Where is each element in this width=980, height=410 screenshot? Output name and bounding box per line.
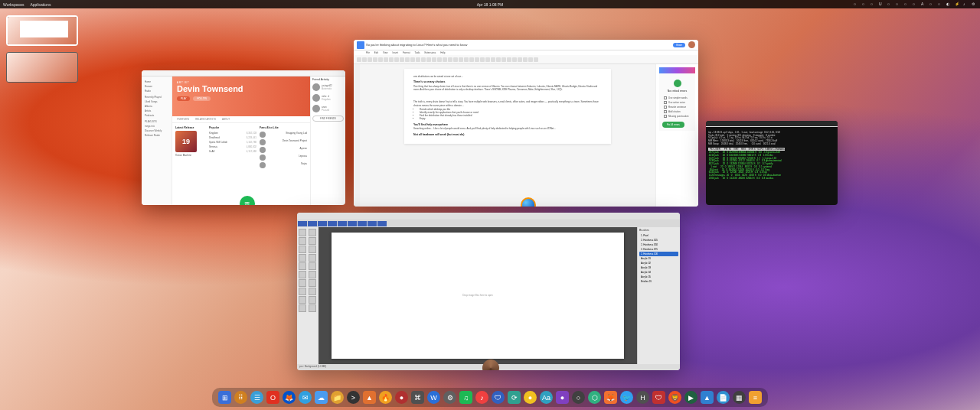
dock-app-5[interactable]: ✉ bbox=[299, 391, 312, 404]
dock-app-8[interactable]: > bbox=[347, 391, 360, 404]
toolbar-icon[interactable] bbox=[437, 57, 442, 62]
toolbar-icon[interactable] bbox=[534, 57, 538, 62]
latest-release-tile[interactable]: 19 bbox=[175, 131, 197, 152]
dock-app-32[interactable]: ▦ bbox=[733, 391, 746, 404]
dock-app-29[interactable]: ▶ bbox=[684, 391, 697, 404]
tool-button[interactable] bbox=[309, 246, 316, 253]
gimp-titlebar[interactable] bbox=[297, 213, 680, 220]
terminal-output[interactable]: top - 13:08:21 up 3 days, 2:41, 1 user, … bbox=[706, 127, 838, 182]
history-thumb[interactable] bbox=[328, 221, 337, 226]
history-thumb[interactable] bbox=[368, 221, 377, 226]
friend-row[interactable]: justagirl42Automatic bbox=[312, 83, 344, 91]
tray-icon-12[interactable]: ⚡ bbox=[955, 2, 960, 7]
dock-app-10[interactable]: 🔥 bbox=[379, 391, 392, 404]
document-page[interactable]: one distribution can be aimed at one set… bbox=[404, 69, 611, 144]
dock-app-13[interactable]: W bbox=[427, 391, 440, 404]
dock-app-23[interactable]: ⬡ bbox=[588, 391, 601, 404]
tool-button[interactable] bbox=[299, 271, 306, 278]
terminal-window[interactable]: top - 13:08:21 up 3 days, 2:41, 1 user, … bbox=[706, 121, 838, 205]
tool-button[interactable] bbox=[299, 254, 306, 262]
tray-icon-7[interactable]: ○ bbox=[913, 2, 918, 7]
tray-icon-9[interactable]: ○ bbox=[929, 2, 935, 7]
music-titlebar[interactable] bbox=[142, 70, 345, 76]
tool-button[interactable] bbox=[299, 246, 306, 253]
toolbar-icon[interactable] bbox=[448, 57, 452, 62]
toolbar-icon[interactable] bbox=[373, 57, 377, 62]
fix-errors-button[interactable]: Fix 44 errors bbox=[662, 122, 684, 128]
toolbar-icon[interactable] bbox=[389, 57, 394, 62]
dock-app-18[interactable]: ⟳ bbox=[508, 391, 521, 404]
tray-icon-13[interactable]: ♪ bbox=[963, 2, 969, 7]
tray-icon-5[interactable]: ○ bbox=[896, 2, 901, 7]
friend-row[interactable]: anonPaused bbox=[312, 105, 344, 112]
dock-app-31[interactable]: 📄 bbox=[717, 391, 730, 404]
history-thumb[interactable] bbox=[338, 221, 347, 226]
dock-app-11[interactable]: ● bbox=[395, 391, 408, 404]
dock-app-2[interactable]: ☰ bbox=[250, 391, 263, 404]
follow-button[interactable]: FOLLOW bbox=[193, 96, 211, 101]
toolbar-icon[interactable] bbox=[384, 57, 388, 62]
toolbar-icon[interactable] bbox=[362, 57, 367, 62]
tray-icon-14[interactable]: ⚙ bbox=[972, 2, 977, 7]
toolbar-icon[interactable] bbox=[485, 57, 490, 62]
tool-button[interactable] bbox=[309, 279, 316, 287]
toolbar-icon[interactable] bbox=[518, 57, 522, 62]
toolbar-icon[interactable] bbox=[491, 57, 495, 62]
toolbar-icon[interactable] bbox=[416, 57, 420, 62]
toolbar-icon[interactable] bbox=[507, 57, 511, 62]
tray-icon-11[interactable]: ◐ bbox=[946, 2, 952, 7]
dock-app-20[interactable]: Aa bbox=[540, 391, 553, 404]
brush-item[interactable]: Bristles 01 bbox=[639, 279, 678, 284]
toolbar-icon[interactable] bbox=[453, 57, 458, 62]
toolbar-icon[interactable] bbox=[443, 57, 447, 62]
dock-app-0[interactable]: ⊞ bbox=[218, 391, 231, 404]
tray-icon-3[interactable]: U bbox=[879, 2, 884, 7]
history-thumb[interactable] bbox=[318, 221, 327, 226]
toolbar-icon[interactable] bbox=[480, 57, 485, 62]
menu-item[interactable]: View bbox=[383, 51, 387, 54]
browser-docs-window[interactable]: So you're thinking about migrating to Li… bbox=[354, 40, 698, 207]
avatar[interactable] bbox=[688, 41, 695, 48]
related-artist[interactable]: Gojira bbox=[260, 161, 307, 169]
gimp-canvas-area[interactable]: Drop image files here to open bbox=[318, 227, 637, 364]
workspace-thumb-1[interactable] bbox=[6, 15, 78, 46]
tool-button[interactable] bbox=[309, 237, 316, 245]
artist-tab[interactable]: OVERVIEW bbox=[177, 118, 189, 121]
toolbar-icon[interactable] bbox=[426, 57, 431, 62]
dock-app-6[interactable]: ☁ bbox=[315, 391, 328, 404]
dock-app-16[interactable]: ♪ bbox=[475, 391, 488, 404]
tool-button[interactable] bbox=[299, 262, 306, 270]
history-thumb[interactable] bbox=[348, 221, 357, 226]
tool-button[interactable] bbox=[299, 229, 306, 236]
dock-app-28[interactable]: 🦁 bbox=[668, 391, 681, 404]
dock-app-3[interactable]: O bbox=[266, 391, 279, 404]
menu-item[interactable]: Help bbox=[440, 51, 445, 54]
tray-icon-6[interactable]: ○ bbox=[904, 2, 910, 7]
applications-button[interactable]: Applications bbox=[30, 2, 51, 7]
dock-app-17[interactable]: 🛡 bbox=[492, 391, 505, 404]
menu-item[interactable]: Format bbox=[403, 51, 410, 54]
dock-app-22[interactable]: ○ bbox=[572, 391, 585, 404]
history-thumb[interactable] bbox=[308, 221, 317, 226]
tool-button[interactable] bbox=[299, 237, 306, 245]
toolbar-icon[interactable] bbox=[357, 57, 361, 62]
track-row[interactable]: Ih-Ah!4,112,560 bbox=[209, 149, 256, 154]
menu-item[interactable]: Insert bbox=[392, 51, 398, 54]
dock-app-7[interactable]: 📁 bbox=[331, 391, 344, 404]
tray-icon-0[interactable]: ○ bbox=[854, 2, 859, 7]
toolbar-icon[interactable] bbox=[405, 57, 410, 62]
tool-button[interactable] bbox=[309, 229, 316, 236]
tool-button[interactable] bbox=[299, 279, 306, 287]
menu-item[interactable]: Edit bbox=[374, 51, 378, 54]
toolbar-icon[interactable] bbox=[501, 57, 506, 62]
dock-app-19[interactable]: ● bbox=[524, 391, 537, 404]
toolbar-icon[interactable] bbox=[469, 57, 474, 62]
tool-button[interactable] bbox=[309, 304, 316, 312]
menu-item[interactable]: Tools bbox=[415, 51, 420, 54]
dock-app-21[interactable]: ● bbox=[556, 391, 569, 404]
toolbar-icon[interactable] bbox=[432, 57, 436, 62]
tool-button[interactable] bbox=[299, 304, 306, 312]
dock-app-14[interactable]: ⚙ bbox=[443, 391, 456, 404]
toolbar-icon[interactable] bbox=[410, 57, 415, 62]
menu-item[interactable]: Extensions bbox=[425, 51, 436, 54]
